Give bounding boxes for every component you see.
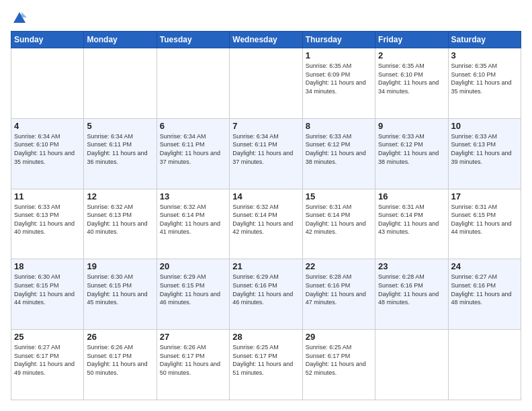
day-number: 2 <box>378 50 445 60</box>
day-info: Sunrise: 6:35 AM Sunset: 6:10 PM Dayligh… <box>378 62 445 95</box>
page: SundayMondayTuesdayWednesdayThursdayFrid… <box>0 0 532 411</box>
calendar-cell: 26Sunrise: 6:26 AM Sunset: 6:17 PM Dayli… <box>84 330 157 400</box>
day-info: Sunrise: 6:34 AM Sunset: 6:11 PM Dayligh… <box>160 132 226 166</box>
day-info: Sunrise: 6:31 AM Sunset: 6:14 PM Dayligh… <box>378 203 445 236</box>
day-info: Sunrise: 6:30 AM Sunset: 6:15 PM Dayligh… <box>14 273 81 306</box>
day-number: 12 <box>87 191 153 201</box>
day-number: 5 <box>87 121 153 131</box>
calendar-cell: 20Sunrise: 6:29 AM Sunset: 6:15 PM Dayli… <box>157 259 229 330</box>
week-row-1: 1Sunrise: 6:35 AM Sunset: 6:09 PM Daylig… <box>11 48 521 119</box>
calendar-cell: 3Sunrise: 6:35 AM Sunset: 6:10 PM Daylig… <box>448 48 521 119</box>
day-info: Sunrise: 6:29 AM Sunset: 6:15 PM Dayligh… <box>160 273 226 306</box>
weekday-header-wednesday: Wednesday <box>230 32 302 48</box>
day-number: 25 <box>14 332 81 342</box>
logo-general <box>11 11 27 26</box>
day-number: 26 <box>87 332 153 342</box>
day-info: Sunrise: 6:28 AM Sunset: 6:16 PM Dayligh… <box>306 273 372 306</box>
day-number: 11 <box>14 191 81 201</box>
day-number: 4 <box>14 121 81 131</box>
day-info: Sunrise: 6:26 AM Sunset: 6:17 PM Dayligh… <box>160 343 226 377</box>
day-number: 18 <box>14 261 81 271</box>
calendar-cell: 5Sunrise: 6:34 AM Sunset: 6:11 PM Daylig… <box>84 118 157 189</box>
weekday-header-thursday: Thursday <box>302 32 375 48</box>
day-number: 23 <box>378 261 445 271</box>
calendar-cell <box>375 330 448 400</box>
calendar-cell: 21Sunrise: 6:29 AM Sunset: 6:16 PM Dayli… <box>230 259 302 330</box>
day-info: Sunrise: 6:27 AM Sunset: 6:17 PM Dayligh… <box>14 343 81 377</box>
calendar-cell: 29Sunrise: 6:25 AM Sunset: 6:17 PM Dayli… <box>302 330 375 400</box>
day-number: 14 <box>232 191 299 201</box>
calendar-cell: 2Sunrise: 6:35 AM Sunset: 6:10 PM Daylig… <box>375 48 448 119</box>
calendar-cell: 7Sunrise: 6:34 AM Sunset: 6:11 PM Daylig… <box>230 118 302 189</box>
calendar-cell: 23Sunrise: 6:28 AM Sunset: 6:16 PM Dayli… <box>375 259 448 330</box>
calendar-cell: 6Sunrise: 6:34 AM Sunset: 6:11 PM Daylig… <box>157 118 229 189</box>
day-number: 6 <box>160 121 226 131</box>
day-number: 15 <box>306 191 372 201</box>
calendar-cell: 27Sunrise: 6:26 AM Sunset: 6:17 PM Dayli… <box>157 330 229 400</box>
day-info: Sunrise: 6:31 AM Sunset: 6:14 PM Dayligh… <box>306 203 372 236</box>
weekday-header-tuesday: Tuesday <box>157 32 229 48</box>
day-info: Sunrise: 6:31 AM Sunset: 6:15 PM Dayligh… <box>451 203 518 236</box>
calendar-cell: 9Sunrise: 6:33 AM Sunset: 6:12 PM Daylig… <box>375 118 448 189</box>
week-row-4: 18Sunrise: 6:30 AM Sunset: 6:15 PM Dayli… <box>11 259 521 330</box>
day-number: 9 <box>378 121 445 131</box>
logo <box>11 11 27 24</box>
calendar-cell: 19Sunrise: 6:30 AM Sunset: 6:15 PM Dayli… <box>84 259 157 330</box>
weekday-header-row: SundayMondayTuesdayWednesdayThursdayFrid… <box>11 32 521 48</box>
calendar-cell: 12Sunrise: 6:32 AM Sunset: 6:13 PM Dayli… <box>84 189 157 259</box>
weekday-header-friday: Friday <box>375 32 448 48</box>
day-number: 8 <box>306 121 372 131</box>
day-info: Sunrise: 6:30 AM Sunset: 6:15 PM Dayligh… <box>87 273 153 306</box>
svg-marker-1 <box>21 12 27 17</box>
calendar-cell: 24Sunrise: 6:27 AM Sunset: 6:16 PM Dayli… <box>448 259 521 330</box>
day-info: Sunrise: 6:25 AM Sunset: 6:17 PM Dayligh… <box>306 343 372 377</box>
day-number: 22 <box>306 261 372 271</box>
calendar-cell: 25Sunrise: 6:27 AM Sunset: 6:17 PM Dayli… <box>11 330 84 400</box>
day-info: Sunrise: 6:35 AM Sunset: 6:10 PM Dayligh… <box>451 62 518 95</box>
week-row-3: 11Sunrise: 6:33 AM Sunset: 6:13 PM Dayli… <box>11 189 521 259</box>
calendar-cell: 1Sunrise: 6:35 AM Sunset: 6:09 PM Daylig… <box>302 48 375 119</box>
day-number: 10 <box>451 121 518 131</box>
calendar-cell: 15Sunrise: 6:31 AM Sunset: 6:14 PM Dayli… <box>302 189 375 259</box>
day-info: Sunrise: 6:32 AM Sunset: 6:13 PM Dayligh… <box>87 203 153 236</box>
weekday-header-sunday: Sunday <box>11 32 84 48</box>
day-info: Sunrise: 6:33 AM Sunset: 6:13 PM Dayligh… <box>14 203 81 236</box>
header <box>11 11 521 24</box>
calendar-table: SundayMondayTuesdayWednesdayThursdayFrid… <box>11 31 521 400</box>
day-info: Sunrise: 6:32 AM Sunset: 6:14 PM Dayligh… <box>160 203 226 236</box>
weekday-header-saturday: Saturday <box>448 32 521 48</box>
day-number: 21 <box>232 261 299 271</box>
day-info: Sunrise: 6:34 AM Sunset: 6:11 PM Dayligh… <box>87 132 153 166</box>
day-number: 19 <box>87 261 153 271</box>
day-info: Sunrise: 6:27 AM Sunset: 6:16 PM Dayligh… <box>451 273 518 306</box>
day-info: Sunrise: 6:26 AM Sunset: 6:17 PM Dayligh… <box>87 343 153 377</box>
day-number: 28 <box>232 332 299 342</box>
day-info: Sunrise: 6:33 AM Sunset: 6:13 PM Dayligh… <box>451 132 518 166</box>
day-info: Sunrise: 6:25 AM Sunset: 6:17 PM Dayligh… <box>232 343 299 377</box>
week-row-5: 25Sunrise: 6:27 AM Sunset: 6:17 PM Dayli… <box>11 330 521 400</box>
day-number: 13 <box>160 191 226 201</box>
day-number: 1 <box>306 50 372 60</box>
calendar-cell: 18Sunrise: 6:30 AM Sunset: 6:15 PM Dayli… <box>11 259 84 330</box>
day-number: 20 <box>160 261 226 271</box>
day-info: Sunrise: 6:34 AM Sunset: 6:10 PM Dayligh… <box>14 132 81 166</box>
calendar-cell <box>11 48 84 119</box>
calendar-cell: 17Sunrise: 6:31 AM Sunset: 6:15 PM Dayli… <box>448 189 521 259</box>
day-info: Sunrise: 6:28 AM Sunset: 6:16 PM Dayligh… <box>378 273 445 306</box>
calendar-cell <box>157 48 229 119</box>
week-row-2: 4Sunrise: 6:34 AM Sunset: 6:10 PM Daylig… <box>11 118 521 189</box>
calendar-cell: 10Sunrise: 6:33 AM Sunset: 6:13 PM Dayli… <box>448 118 521 189</box>
calendar-cell: 11Sunrise: 6:33 AM Sunset: 6:13 PM Dayli… <box>11 189 84 259</box>
day-info: Sunrise: 6:33 AM Sunset: 6:12 PM Dayligh… <box>306 132 372 166</box>
calendar-cell: 4Sunrise: 6:34 AM Sunset: 6:10 PM Daylig… <box>11 118 84 189</box>
calendar-cell: 22Sunrise: 6:28 AM Sunset: 6:16 PM Dayli… <box>302 259 375 330</box>
day-number: 17 <box>451 191 518 201</box>
calendar-cell: 13Sunrise: 6:32 AM Sunset: 6:14 PM Dayli… <box>157 189 229 259</box>
day-number: 24 <box>451 261 518 271</box>
day-info: Sunrise: 6:29 AM Sunset: 6:16 PM Dayligh… <box>232 273 299 306</box>
day-number: 27 <box>160 332 226 342</box>
calendar-cell: 16Sunrise: 6:31 AM Sunset: 6:14 PM Dayli… <box>375 189 448 259</box>
calendar-cell: 28Sunrise: 6:25 AM Sunset: 6:17 PM Dayli… <box>230 330 302 400</box>
day-info: Sunrise: 6:32 AM Sunset: 6:14 PM Dayligh… <box>232 203 299 236</box>
calendar-cell: 8Sunrise: 6:33 AM Sunset: 6:12 PM Daylig… <box>302 118 375 189</box>
